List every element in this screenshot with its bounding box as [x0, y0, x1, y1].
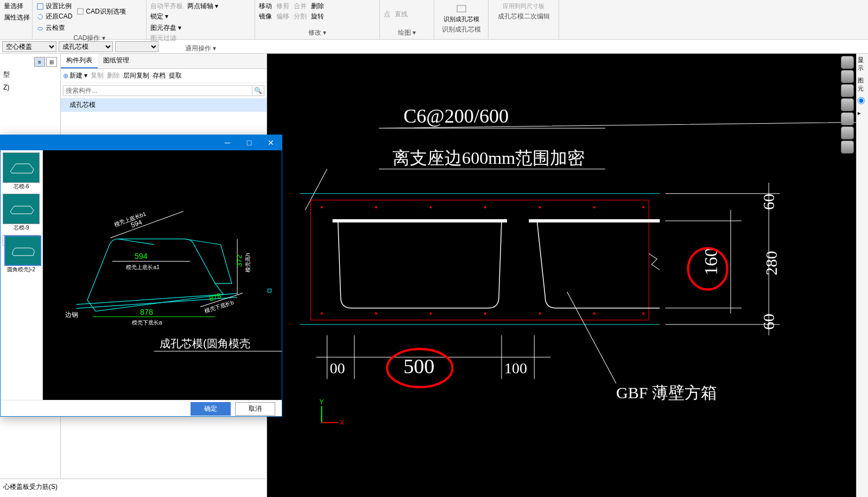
tab-drawings[interactable]: 图纸管理 — [98, 54, 135, 68]
vdim-bot: 60 — [759, 314, 778, 330]
vc-home-icon[interactable] — [841, 56, 854, 69]
vc-rotate-icon[interactable] — [841, 126, 854, 139]
left-item-z[interactable]: Z) — [2, 81, 58, 93]
gbf-label: GBF 薄壁方箱 — [616, 384, 717, 402]
cad-options-btn[interactable]: CAD识别选项 — [75, 1, 127, 22]
svg-point-12 — [593, 206, 595, 208]
identify-core-btn[interactable]: 识别成孔芯模 — [436, 1, 486, 24]
trim-btn: 修剪 — [275, 1, 291, 11]
minimize-icon[interactable]: ─ — [217, 135, 238, 150]
svg-point-7 — [320, 206, 322, 208]
rebar-spec-text: C6@200/600 — [403, 105, 509, 127]
component-select[interactable]: 成孔芯模 — [59, 41, 113, 52]
svg-point-19 — [593, 313, 595, 315]
right-pane: 显示 图元 ▸ — [856, 54, 868, 497]
preview-title: 成孔芯模(圆角模壳 — [160, 337, 250, 349]
svg-point-15 — [375, 313, 377, 315]
search-input[interactable] — [63, 85, 252, 96]
vdim-mid: 280 — [762, 251, 781, 275]
move-btn[interactable]: 移动 — [257, 1, 274, 11]
vc-front-icon[interactable] — [841, 84, 854, 97]
search-icon[interactable]: 🔍 — [252, 85, 264, 96]
thumb-round-2[interactable]: 圆角模壳)-2 — [3, 235, 40, 246]
svg-text:模壳下底长a: 模壳下底长a — [132, 320, 162, 326]
merge-btn: 合并 — [292, 1, 308, 11]
two-point-axis-btn[interactable]: 两点辅轴 ▾ — [186, 1, 220, 11]
hdim-gap: 100 — [504, 360, 527, 377]
auto-align-btn: 自动平齐板 — [149, 1, 185, 11]
right-element-label[interactable]: 图元 — [858, 77, 867, 93]
svg-point-10 — [484, 206, 486, 208]
save-elements-btn[interactable]: 图元存盘 ▾ — [149, 23, 183, 33]
density-note-text: 离支座边600mm范围加密 — [392, 148, 585, 168]
right-display-label[interactable]: 显示 — [858, 56, 867, 72]
tree-item-core[interactable]: 成孔芯模 — [61, 98, 267, 112]
point-btn: 点 — [382, 1, 392, 28]
vdim-top: 60 — [759, 194, 778, 210]
svg-text:594: 594 — [135, 252, 148, 260]
select-qty-btn[interactable]: 量选择 — [2, 1, 31, 11]
core-mold-dialog: ─ □ ✕ 单位：mm 芯模-6 芯模-9 圆角模壳)-2 — [0, 135, 282, 417]
extra-select[interactable] — [115, 41, 159, 52]
tree-view-toggle[interactable]: ⊞ — [46, 57, 57, 67]
thumb-6[interactable]: 芯模-6 — [3, 152, 40, 190]
svg-point-14 — [320, 313, 322, 315]
right-radio[interactable] — [858, 97, 865, 104]
svg-text:Y: Y — [319, 398, 324, 406]
mirror-btn[interactable]: 镜像 — [257, 11, 274, 22]
svg-point-16 — [429, 313, 432, 315]
vc-side-icon[interactable] — [841, 98, 854, 111]
maximize-icon[interactable]: □ — [238, 135, 260, 150]
svg-point-2 — [38, 27, 43, 30]
vc-iso-icon[interactable] — [841, 112, 854, 125]
new-btn[interactable]: ⊕新建 ▾ — [63, 71, 87, 80]
svg-point-13 — [642, 206, 644, 208]
apply-same-size-btn: 应用到同尺寸板 — [491, 1, 556, 11]
list-view-toggle[interactable]: ≡ — [34, 57, 45, 67]
extract-btn[interactable]: 提取 — [169, 71, 182, 80]
restore-cad-btn[interactable]: 还原CAD — [35, 11, 74, 22]
preview-canvas: 594 模壳上底长b1 594 模壳上底长a1 878 模壳下底长a 878 模… — [43, 150, 282, 400]
sub-ribbon: 空心楼盖 成孔芯模 — [0, 40, 868, 54]
ribbon: 量选择 属性选择 设置比例 还原CAD CAD识别选项 云检查 CAD操作 ▾ … — [0, 0, 868, 40]
general-group-label[interactable]: 通用操作 ▾ — [149, 43, 252, 54]
rotate-btn[interactable]: 旋转 — [309, 11, 326, 22]
svg-text:878: 878 — [208, 291, 223, 303]
identify-group-label: 识别成孔芯模 — [436, 24, 486, 35]
thumb-list[interactable]: 芯模-6 芯模-9 圆角模壳)-2 — [1, 150, 43, 400]
ok-button[interactable]: 确定 — [191, 402, 231, 416]
cancel-button[interactable]: 取消 — [235, 402, 275, 416]
select-attr-btn[interactable]: 属性选择 — [2, 12, 31, 23]
vc-grid-icon[interactable] — [841, 141, 854, 154]
copy-btn: 复制 — [91, 71, 104, 80]
delete-btn[interactable]: 删除 — [309, 1, 326, 11]
secondary-edit-label: 成孔芯模二次编辑 — [491, 11, 556, 22]
svg-point-11 — [538, 206, 541, 208]
view-cube[interactable] — [841, 56, 854, 154]
bottom-status: 心楼盖板受力筋(S) — [0, 479, 266, 497]
draw-group-label[interactable]: 绘图 ▾ — [382, 28, 432, 38]
left-item-type[interactable]: 型 — [2, 68, 58, 81]
tab-components[interactable]: 构件列表 — [61, 54, 98, 68]
lock-btn[interactable]: 锁定 ▾ — [149, 11, 185, 22]
close-icon[interactable]: ✕ — [260, 135, 282, 150]
scale-btn[interactable]: 设置比例 — [35, 1, 74, 11]
hdim-left: 00 — [330, 360, 345, 377]
layer-copy-btn[interactable]: 层间复制 — [123, 71, 149, 80]
svg-text:模壳上底长a1: 模壳上底长a1 — [126, 264, 160, 270]
floor-select[interactable]: 空心楼盖 — [2, 41, 56, 52]
vc-top-icon[interactable] — [841, 70, 854, 83]
dialog-titlebar[interactable]: ─ □ ✕ — [1, 135, 282, 150]
thumb-9[interactable]: 芯模-9 — [3, 194, 40, 232]
cad-canvas[interactable]: C6@200/600 离支座边600mm范围加密 — [267, 54, 856, 497]
cloud-check-btn[interactable]: 云检查 — [35, 23, 67, 33]
del-btn: 删除 — [107, 71, 120, 80]
svg-point-20 — [642, 313, 644, 315]
svg-rect-3 — [457, 5, 466, 12]
modify-group-label[interactable]: 修改 ▾ — [257, 28, 377, 38]
archive-btn[interactable]: 存档 — [153, 71, 166, 80]
svg-point-17 — [484, 313, 486, 315]
svg-text:模壳下底长b: 模壳下底长b — [204, 300, 235, 315]
svg-text:X: X — [340, 419, 345, 426]
svg-point-8 — [375, 206, 377, 208]
